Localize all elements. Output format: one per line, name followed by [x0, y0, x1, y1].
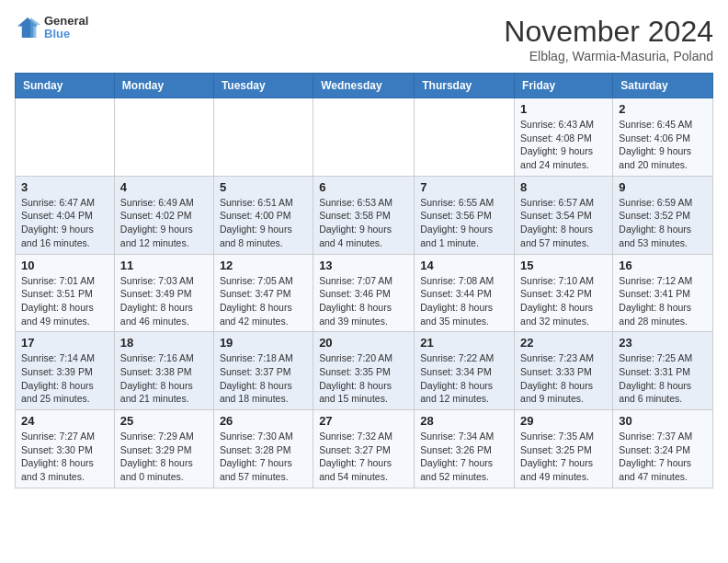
- calendar-cell: 23Sunrise: 7:25 AM Sunset: 3:31 PM Dayli…: [613, 332, 713, 410]
- day-number: 27: [319, 414, 408, 428]
- calendar-cell: [313, 98, 415, 177]
- calendar-cell: 27Sunrise: 7:32 AM Sunset: 3:27 PM Dayli…: [313, 410, 415, 488]
- day-number: 22: [520, 336, 607, 350]
- logo-general: General: [44, 15, 88, 28]
- day-number: 25: [120, 414, 208, 428]
- col-header-friday: Friday: [515, 74, 613, 98]
- day-number: 29: [520, 414, 607, 428]
- day-info: Sunrise: 7:07 AM Sunset: 3:46 PM Dayligh…: [319, 274, 408, 328]
- calendar-cell: 24Sunrise: 7:27 AM Sunset: 3:30 PM Dayli…: [16, 410, 115, 488]
- calendar-cell: 26Sunrise: 7:30 AM Sunset: 3:28 PM Dayli…: [213, 410, 313, 488]
- calendar-cell: [415, 98, 515, 177]
- calendar-cell: 1Sunrise: 6:43 AM Sunset: 4:08 PM Daylig…: [515, 98, 613, 177]
- calendar-cell: 19Sunrise: 7:18 AM Sunset: 3:37 PM Dayli…: [213, 332, 313, 410]
- day-number: 6: [319, 180, 408, 194]
- day-info: Sunrise: 7:16 AM Sunset: 3:38 PM Dayligh…: [120, 351, 208, 406]
- calendar-cell: 4Sunrise: 6:49 AM Sunset: 4:02 PM Daylig…: [114, 176, 213, 254]
- calendar-cell: 10Sunrise: 7:01 AM Sunset: 3:51 PM Dayli…: [16, 254, 115, 332]
- day-number: 4: [120, 180, 208, 194]
- calendar-cell: 11Sunrise: 7:03 AM Sunset: 3:49 PM Dayli…: [114, 254, 213, 332]
- calendar-cell: 13Sunrise: 7:07 AM Sunset: 3:46 PM Dayli…: [313, 254, 415, 332]
- calendar-cell: 30Sunrise: 7:37 AM Sunset: 3:24 PM Dayli…: [613, 410, 713, 488]
- calendar-cell: 6Sunrise: 6:53 AM Sunset: 3:58 PM Daylig…: [313, 176, 415, 254]
- day-number: 1: [520, 102, 607, 116]
- day-number: 26: [220, 414, 307, 428]
- day-info: Sunrise: 6:59 AM Sunset: 3:52 PM Dayligh…: [619, 196, 707, 250]
- day-number: 30: [619, 414, 707, 428]
- day-info: Sunrise: 7:01 AM Sunset: 3:51 PM Dayligh…: [21, 274, 108, 328]
- col-header-tuesday: Tuesday: [213, 74, 313, 98]
- calendar-header-row: SundayMondayTuesdayWednesdayThursdayFrid…: [16, 74, 713, 98]
- day-number: 28: [420, 414, 508, 428]
- calendar-week-row: 10Sunrise: 7:01 AM Sunset: 3:51 PM Dayli…: [16, 254, 713, 332]
- calendar-cell: 21Sunrise: 7:22 AM Sunset: 3:34 PM Dayli…: [415, 332, 515, 410]
- calendar-cell: 3Sunrise: 6:47 AM Sunset: 4:04 PM Daylig…: [16, 176, 115, 254]
- day-number: 10: [21, 259, 108, 272]
- calendar-cell: 28Sunrise: 7:34 AM Sunset: 3:26 PM Dayli…: [415, 410, 515, 488]
- day-number: 12: [220, 259, 307, 272]
- calendar-week-row: 1Sunrise: 6:43 AM Sunset: 4:08 PM Daylig…: [16, 98, 713, 177]
- calendar-week-row: 17Sunrise: 7:14 AM Sunset: 3:39 PM Dayli…: [16, 332, 713, 410]
- day-number: 20: [319, 336, 408, 350]
- day-info: Sunrise: 7:32 AM Sunset: 3:27 PM Dayligh…: [319, 430, 408, 484]
- calendar-cell: 8Sunrise: 6:57 AM Sunset: 3:54 PM Daylig…: [515, 176, 613, 254]
- logo-blue: Blue: [44, 28, 88, 40]
- calendar-cell: 5Sunrise: 6:51 AM Sunset: 4:00 PM Daylig…: [213, 176, 313, 254]
- day-number: 9: [619, 180, 707, 194]
- day-number: 24: [21, 414, 108, 428]
- day-number: 19: [220, 336, 307, 350]
- calendar-week-row: 3Sunrise: 6:47 AM Sunset: 4:04 PM Daylig…: [16, 176, 713, 254]
- day-info: Sunrise: 7:25 AM Sunset: 3:31 PM Dayligh…: [619, 351, 707, 406]
- day-info: Sunrise: 6:45 AM Sunset: 4:06 PM Dayligh…: [619, 118, 707, 172]
- calendar-cell: 18Sunrise: 7:16 AM Sunset: 3:38 PM Dayli…: [114, 332, 213, 410]
- day-info: Sunrise: 7:18 AM Sunset: 3:37 PM Dayligh…: [220, 351, 307, 406]
- day-info: Sunrise: 7:23 AM Sunset: 3:33 PM Dayligh…: [520, 351, 607, 406]
- calendar-cell: 15Sunrise: 7:10 AM Sunset: 3:42 PM Dayli…: [515, 254, 613, 332]
- day-info: Sunrise: 7:37 AM Sunset: 3:24 PM Dayligh…: [619, 430, 707, 484]
- col-header-saturday: Saturday: [613, 74, 713, 98]
- calendar-week-row: 24Sunrise: 7:27 AM Sunset: 3:30 PM Dayli…: [16, 410, 713, 488]
- logo: General Blue: [15, 15, 88, 41]
- logo-icon: [15, 15, 40, 40]
- col-header-wednesday: Wednesday: [313, 74, 415, 98]
- calendar: SundayMondayTuesdayWednesdayThursdayFrid…: [15, 73, 713, 488]
- calendar-cell: 7Sunrise: 6:55 AM Sunset: 3:56 PM Daylig…: [415, 176, 515, 254]
- calendar-cell: 20Sunrise: 7:20 AM Sunset: 3:35 PM Dayli…: [313, 332, 415, 410]
- day-number: 2: [619, 102, 707, 116]
- day-info: Sunrise: 6:57 AM Sunset: 3:54 PM Dayligh…: [520, 196, 607, 250]
- day-info: Sunrise: 6:43 AM Sunset: 4:08 PM Dayligh…: [520, 118, 607, 172]
- day-number: 14: [420, 259, 508, 272]
- day-info: Sunrise: 7:14 AM Sunset: 3:39 PM Dayligh…: [21, 351, 108, 406]
- day-info: Sunrise: 7:08 AM Sunset: 3:44 PM Dayligh…: [420, 274, 508, 328]
- header: General Blue November 2024 Elblag, Warmi…: [15, 15, 713, 63]
- calendar-cell: 16Sunrise: 7:12 AM Sunset: 3:41 PM Dayli…: [613, 254, 713, 332]
- day-info: Sunrise: 7:35 AM Sunset: 3:25 PM Dayligh…: [520, 430, 607, 484]
- day-info: Sunrise: 6:53 AM Sunset: 3:58 PM Dayligh…: [319, 196, 408, 250]
- day-info: Sunrise: 6:51 AM Sunset: 4:00 PM Dayligh…: [220, 196, 307, 250]
- col-header-sunday: Sunday: [16, 74, 115, 98]
- day-number: 23: [619, 336, 707, 350]
- calendar-cell: [16, 98, 115, 177]
- calendar-cell: [213, 98, 313, 177]
- day-info: Sunrise: 7:29 AM Sunset: 3:29 PM Dayligh…: [120, 430, 208, 484]
- day-info: Sunrise: 7:27 AM Sunset: 3:30 PM Dayligh…: [21, 430, 108, 484]
- day-info: Sunrise: 7:12 AM Sunset: 3:41 PM Dayligh…: [619, 274, 707, 328]
- calendar-cell: [114, 98, 213, 177]
- location: Elblag, Warmia-Masuria, Poland: [504, 49, 713, 63]
- calendar-cell: 9Sunrise: 6:59 AM Sunset: 3:52 PM Daylig…: [613, 176, 713, 254]
- day-info: Sunrise: 7:10 AM Sunset: 3:42 PM Dayligh…: [520, 274, 607, 328]
- day-number: 5: [220, 180, 307, 194]
- day-number: 8: [520, 180, 607, 194]
- logo-text: General Blue: [44, 15, 88, 41]
- col-header-thursday: Thursday: [415, 74, 515, 98]
- calendar-cell: 14Sunrise: 7:08 AM Sunset: 3:44 PM Dayli…: [415, 254, 515, 332]
- day-info: Sunrise: 7:03 AM Sunset: 3:49 PM Dayligh…: [120, 274, 208, 328]
- day-number: 7: [420, 180, 508, 194]
- day-info: Sunrise: 7:34 AM Sunset: 3:26 PM Dayligh…: [420, 430, 508, 484]
- month-title: November 2024: [504, 15, 713, 49]
- day-info: Sunrise: 7:22 AM Sunset: 3:34 PM Dayligh…: [420, 351, 508, 406]
- col-header-monday: Monday: [114, 74, 213, 98]
- day-number: 17: [21, 336, 108, 350]
- calendar-cell: 12Sunrise: 7:05 AM Sunset: 3:47 PM Dayli…: [213, 254, 313, 332]
- calendar-cell: 25Sunrise: 7:29 AM Sunset: 3:29 PM Dayli…: [114, 410, 213, 488]
